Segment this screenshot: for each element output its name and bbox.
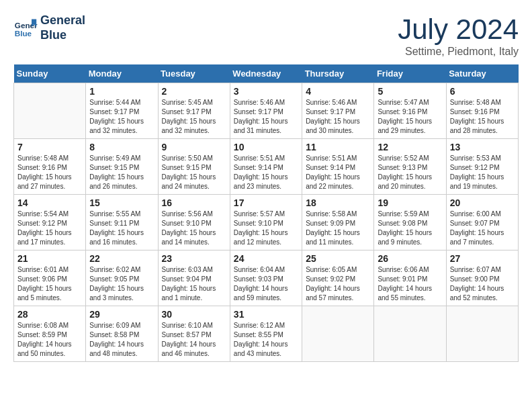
calendar-cell: 23Sunrise: 6:03 AM Sunset: 9:04 PM Dayli… xyxy=(158,250,230,306)
calendar-cell: 10Sunrise: 5:51 AM Sunset: 9:14 PM Dayli… xyxy=(230,139,302,195)
calendar-week-3: 14Sunrise: 5:54 AM Sunset: 9:12 PM Dayli… xyxy=(14,195,519,250)
day-info: Sunrise: 6:07 AM Sunset: 9:00 PM Dayligh… xyxy=(450,265,515,303)
calendar-cell xyxy=(302,306,374,362)
day-info: Sunrise: 6:00 AM Sunset: 9:07 PM Dayligh… xyxy=(450,210,515,247)
calendar-cell: 6Sunrise: 5:48 AM Sunset: 9:16 PM Daylig… xyxy=(446,83,518,139)
day-number: 9 xyxy=(162,142,226,152)
day-number: 15 xyxy=(89,197,154,208)
calendar-cell: 28Sunrise: 6:08 AM Sunset: 8:59 PM Dayli… xyxy=(14,306,86,362)
day-number: 10 xyxy=(234,142,298,152)
title-block: July 2024 Settime, Piedmont, Italy xyxy=(398,13,519,58)
calendar-body: 1Sunrise: 5:44 AM Sunset: 9:17 PM Daylig… xyxy=(14,83,519,362)
day-info: Sunrise: 5:53 AM Sunset: 9:12 PM Dayligh… xyxy=(450,154,515,191)
day-number: 1 xyxy=(89,86,154,97)
calendar-cell: 17Sunrise: 5:57 AM Sunset: 9:10 PM Dayli… xyxy=(230,195,302,250)
day-info: Sunrise: 6:12 AM Sunset: 8:55 PM Dayligh… xyxy=(234,321,298,359)
day-number: 21 xyxy=(17,253,82,264)
day-number: 27 xyxy=(450,253,515,264)
day-info: Sunrise: 6:02 AM Sunset: 9:05 PM Dayligh… xyxy=(89,265,154,303)
day-info: Sunrise: 5:54 AM Sunset: 9:12 PM Dayligh… xyxy=(17,210,82,247)
calendar-table: SundayMondayTuesdayWednesdayThursdayFrid… xyxy=(13,64,519,362)
calendar-cell: 13Sunrise: 5:53 AM Sunset: 9:12 PM Dayli… xyxy=(446,139,518,195)
calendar-cell: 25Sunrise: 6:05 AM Sunset: 9:02 PM Dayli… xyxy=(302,250,374,306)
weekday-header-friday: Friday xyxy=(374,64,446,83)
calendar-cell: 15Sunrise: 5:55 AM Sunset: 9:11 PM Dayli… xyxy=(86,195,158,250)
weekday-header-saturday: Saturday xyxy=(446,64,518,83)
logo: General Blue General Blue xyxy=(13,13,85,42)
day-info: Sunrise: 5:47 AM Sunset: 9:16 PM Dayligh… xyxy=(378,98,442,136)
calendar-cell: 11Sunrise: 5:51 AM Sunset: 9:14 PM Dayli… xyxy=(302,139,374,195)
day-info: Sunrise: 6:10 AM Sunset: 8:57 PM Dayligh… xyxy=(162,321,226,359)
calendar-cell: 26Sunrise: 6:06 AM Sunset: 9:01 PM Dayli… xyxy=(374,250,446,306)
calendar-cell: 29Sunrise: 6:09 AM Sunset: 8:58 PM Dayli… xyxy=(86,306,158,362)
day-number: 11 xyxy=(306,142,370,152)
day-number: 25 xyxy=(306,253,370,264)
day-info: Sunrise: 6:08 AM Sunset: 8:59 PM Dayligh… xyxy=(17,321,82,359)
day-number: 19 xyxy=(378,197,442,208)
day-number: 20 xyxy=(450,197,515,208)
day-number: 29 xyxy=(89,309,154,320)
calendar-cell: 1Sunrise: 5:44 AM Sunset: 9:17 PM Daylig… xyxy=(86,83,158,139)
svg-text:Blue: Blue xyxy=(15,28,32,37)
calendar-cell: 22Sunrise: 6:02 AM Sunset: 9:05 PM Dayli… xyxy=(86,250,158,306)
day-number: 24 xyxy=(234,253,298,264)
day-number: 22 xyxy=(89,253,154,264)
day-number: 16 xyxy=(162,197,226,208)
logo-text-line1: General xyxy=(40,13,85,28)
calendar-cell: 14Sunrise: 5:54 AM Sunset: 9:12 PM Dayli… xyxy=(14,195,86,250)
day-number: 17 xyxy=(234,197,298,208)
day-info: Sunrise: 6:09 AM Sunset: 8:58 PM Dayligh… xyxy=(89,321,154,359)
day-info: Sunrise: 5:51 AM Sunset: 9:14 PM Dayligh… xyxy=(234,154,298,191)
calendar-cell xyxy=(446,306,518,362)
day-number: 5 xyxy=(378,86,442,97)
weekday-header-tuesday: Tuesday xyxy=(158,64,230,83)
day-info: Sunrise: 5:55 AM Sunset: 9:11 PM Dayligh… xyxy=(89,210,154,247)
calendar-cell: 19Sunrise: 5:59 AM Sunset: 9:08 PM Dayli… xyxy=(374,195,446,250)
day-info: Sunrise: 6:01 AM Sunset: 9:06 PM Dayligh… xyxy=(17,265,82,303)
calendar-cell: 18Sunrise: 5:58 AM Sunset: 9:09 PM Dayli… xyxy=(302,195,374,250)
day-number: 3 xyxy=(234,86,298,97)
day-info: Sunrise: 6:04 AM Sunset: 9:03 PM Dayligh… xyxy=(234,265,298,303)
calendar-cell: 20Sunrise: 6:00 AM Sunset: 9:07 PM Dayli… xyxy=(446,195,518,250)
day-number: 7 xyxy=(17,142,82,152)
calendar-cell: 27Sunrise: 6:07 AM Sunset: 9:00 PM Dayli… xyxy=(446,250,518,306)
calendar-week-1: 1Sunrise: 5:44 AM Sunset: 9:17 PM Daylig… xyxy=(14,83,519,139)
logo-text-line2: Blue xyxy=(40,28,85,43)
day-number: 8 xyxy=(89,142,154,152)
day-info: Sunrise: 5:46 AM Sunset: 9:17 PM Dayligh… xyxy=(306,98,370,136)
calendar-cell: 31Sunrise: 6:12 AM Sunset: 8:55 PM Dayli… xyxy=(230,306,302,362)
calendar-cell: 21Sunrise: 6:01 AM Sunset: 9:06 PM Dayli… xyxy=(14,250,86,306)
day-number: 13 xyxy=(450,142,515,152)
calendar-cell: 5Sunrise: 5:47 AM Sunset: 9:16 PM Daylig… xyxy=(374,83,446,139)
day-info: Sunrise: 6:03 AM Sunset: 9:04 PM Dayligh… xyxy=(162,265,226,303)
day-info: Sunrise: 5:58 AM Sunset: 9:09 PM Dayligh… xyxy=(306,210,370,247)
weekday-header-monday: Monday xyxy=(86,64,158,83)
calendar-cell: 24Sunrise: 6:04 AM Sunset: 9:03 PM Dayli… xyxy=(230,250,302,306)
day-number: 18 xyxy=(306,197,370,208)
day-info: Sunrise: 5:45 AM Sunset: 9:17 PM Dayligh… xyxy=(162,98,226,136)
day-info: Sunrise: 5:51 AM Sunset: 9:14 PM Dayligh… xyxy=(306,154,370,191)
calendar-cell: 9Sunrise: 5:50 AM Sunset: 9:15 PM Daylig… xyxy=(158,139,230,195)
day-info: Sunrise: 6:05 AM Sunset: 9:02 PM Dayligh… xyxy=(306,265,370,303)
calendar-cell: 2Sunrise: 5:45 AM Sunset: 9:17 PM Daylig… xyxy=(158,83,230,139)
day-info: Sunrise: 5:56 AM Sunset: 9:10 PM Dayligh… xyxy=(162,210,226,247)
calendar-cell: 16Sunrise: 5:56 AM Sunset: 9:10 PM Dayli… xyxy=(158,195,230,250)
day-number: 30 xyxy=(162,309,226,320)
weekday-header-sunday: Sunday xyxy=(14,64,86,83)
day-info: Sunrise: 6:06 AM Sunset: 9:01 PM Dayligh… xyxy=(378,265,442,303)
day-number: 14 xyxy=(17,197,82,208)
day-info: Sunrise: 5:46 AM Sunset: 9:17 PM Dayligh… xyxy=(234,98,298,136)
calendar-cell xyxy=(374,306,446,362)
logo-icon: General Blue xyxy=(13,16,38,40)
calendar-cell: 8Sunrise: 5:49 AM Sunset: 9:15 PM Daylig… xyxy=(86,139,158,195)
calendar-cell xyxy=(14,83,86,139)
calendar-cell: 3Sunrise: 5:46 AM Sunset: 9:17 PM Daylig… xyxy=(230,83,302,139)
day-info: Sunrise: 5:48 AM Sunset: 9:16 PM Dayligh… xyxy=(17,154,82,191)
calendar-week-5: 28Sunrise: 6:08 AM Sunset: 8:59 PM Dayli… xyxy=(14,306,519,362)
calendar-cell: 7Sunrise: 5:48 AM Sunset: 9:16 PM Daylig… xyxy=(14,139,86,195)
day-info: Sunrise: 5:44 AM Sunset: 9:17 PM Dayligh… xyxy=(89,98,154,136)
day-info: Sunrise: 5:57 AM Sunset: 9:10 PM Dayligh… xyxy=(234,210,298,247)
weekday-header-wednesday: Wednesday xyxy=(230,64,302,83)
calendar-cell: 4Sunrise: 5:46 AM Sunset: 9:17 PM Daylig… xyxy=(302,83,374,139)
calendar-title: July 2024 xyxy=(398,13,519,46)
